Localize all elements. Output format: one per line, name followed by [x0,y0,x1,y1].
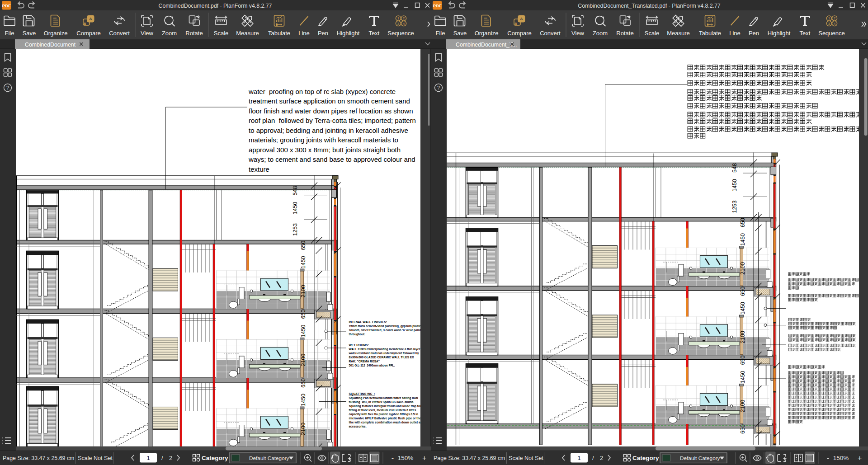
svg-text:capacity with free flo plasitc: capacity with free flo plasitc syphon fi… [349,413,419,416]
svg-text:Sequence: Sequence [818,30,845,37]
svg-text:accessories.: accessories. [349,425,367,428]
svg-text:Default Category: Default Category [249,455,289,461]
svg-text:smooth, steel trowelled, 3 coa: smooth, steel trowelled, 3 coats wash 'n… [349,329,425,332]
svg-text:2: 2 [600,455,603,461]
svg-text:Highlight: Highlight [337,30,360,37]
svg-text:Convert: Convert [540,30,561,37]
svg-text:water-resistant material under: water-resistant material underlayment fo… [349,352,419,355]
svg-text:throughout.: throughout. [349,333,366,336]
svg-text:Page Size: 33.47 x 25.69 cm: Page Size: 33.47 x 25.69 cm [3,455,74,461]
svg-text:View: View [141,30,154,37]
svg-text:Measure: Measure [667,30,690,37]
svg-text:Text: Text [369,30,380,37]
svg-text:Text: Text [800,30,811,37]
svg-text:fitting at floor level, medium: fitting at floor level, medium level cis… [349,409,416,412]
svg-text:501 G.L-112 2400mm above FFL.: 501 G.L-112 2400mm above FFL. [349,364,395,367]
svg-text:Category: Category [202,455,228,461]
svg-text:CombinedDocument_T...: CombinedDocument_T... [456,42,517,48]
svg-text:Zoom: Zoom [593,30,608,37]
svg-text:INTENAL WALL FINISHES:: INTENAL WALL FINISHES: [349,320,387,324]
svg-text:Tabulate: Tabulate [268,30,290,37]
svg-text:squating features intergral tr: squating features intergral treads and l… [349,404,421,408]
svg-text:/: / [592,455,594,461]
svg-text:roof plan followed by Terra-c: roof plan followed by Terra-cotta tiles;… [249,117,416,124]
svg-text:Organize: Organize [475,30,499,37]
svg-text:WALL FINISH:waterproofing memb: WALL FINISH:waterproofing membrane a thi… [349,348,424,351]
svg-text:like with complete combination: like with complete combination wash down… [349,421,424,424]
svg-text:Organize: Organize [44,30,68,37]
svg-text:-: - [827,454,829,461]
svg-text:Measure: Measure [236,30,259,37]
svg-text:Scale: Scale [645,30,660,37]
svg-text:Compare: Compare [76,30,100,37]
svg-text:PDF: PDF [2,3,11,8]
svg-text:RAK: "CREMA ROSA": RAK: "CREMA ROSA" [349,360,380,363]
svg-text:Pen: Pen [749,30,759,37]
svg-text:8x300x600 GLAZED CERAMIC WALL: 8x300x600 GLAZED CERAMIC WALL TILES EX [349,356,415,359]
svg-text:Save: Save [453,30,467,37]
svg-text:Default Category: Default Category [680,455,720,461]
svg-text:CombinedDocument.pdf - PlanFor: CombinedDocument.pdf - PlanForm v4.8.2.7… [159,3,272,9]
svg-text:to approval; bedding and joint: to approval; bedding and jointing in ker… [249,127,408,134]
svg-text:Convert: Convert [109,30,130,37]
svg-text:Scale Not Set: Scale Not Set [78,455,113,461]
svg-text:Zoom: Zoom [162,30,177,37]
svg-text:PDF: PDF [433,3,442,8]
svg-text:File: File [5,30,14,37]
svg-text:Rotate: Rotate [185,30,203,37]
svg-text:CombinedDocument_Translated.pd: CombinedDocument_Translated.pdf - PlanFo… [578,3,720,9]
svg-text:File: File [436,30,445,37]
svg-text:150%: 150% [833,455,849,461]
svg-text:-: - [392,454,394,461]
svg-text:Page Size: 33.47 x 25.69 cm: Page Size: 33.47 x 25.69 cm [434,455,505,461]
svg-text:View: View [571,30,585,37]
svg-text:materials; grouting joints wit: materials; grouting joints with keracoll… [249,136,398,144]
svg-text:water proofing on top of rc s: water proofing on top of rc slab (xypex)… [248,88,396,95]
svg-text:CombinedDocument: CombinedDocument [25,42,76,48]
svg-text:Sequence: Sequence [387,30,414,37]
svg-text:ways; to cement and sand base: ways; to cement and sand base to approve… [248,155,415,163]
svg-text:15mm thick cement-sand plaster: 15mm thick cement-sand plastering, gypsu… [349,324,423,328]
svg-text:WET ROOMS:: WET ROOMS: [349,343,369,347]
svg-text:Scale: Scale [214,30,229,37]
svg-text:Highlight: Highlight [768,30,791,37]
svg-text:Line: Line [729,30,741,37]
svg-text:Tabulate: Tabulate [699,30,721,37]
svg-text:+: + [422,454,426,462]
svg-text:+: + [858,454,862,462]
svg-text:Rotate: Rotate [616,30,633,37]
svg-text:1: 1 [577,455,580,461]
svg-text:/: / [161,455,163,461]
svg-text:Scale Not Set: Scale Not Set [509,455,544,461]
svg-text:treatment surface application: treatment surface application on smooth … [249,97,410,105]
svg-text:approval 300 x 300 x 8mm; butt: approval 300 x 300 x 8mm; butt joints st… [249,146,401,154]
svg-text:Squatting Pan 525x425x235mm wa: Squatting Pan 525x425x235mm water saving… [349,396,418,400]
svg-text:Line: Line [298,30,310,37]
svg-text:texture: texture [249,165,269,173]
svg-text:1: 1 [146,455,150,461]
svg-text:Save: Save [23,30,36,37]
svg-text:SQUATTING WC :: SQUATTING WC : [349,392,375,396]
svg-text:2: 2 [169,455,172,461]
svg-text:flushing WC, In Vitrous Spain: flushing WC, In Vitrous Spain BS 3402. a… [349,400,414,404]
svg-text:Compare: Compare [507,30,531,37]
svg-text:Pen: Pen [318,30,328,37]
svg-text:Category: Category [632,455,659,461]
svg-text:floor finish and water down pi: floor finish and water down pipes ref lo… [249,107,413,115]
svg-text:150%: 150% [398,455,414,461]
svg-text:microvalve HP/LP Ballvalve pla: microvalve HP/LP Ballvalve plastic flush… [349,417,421,420]
